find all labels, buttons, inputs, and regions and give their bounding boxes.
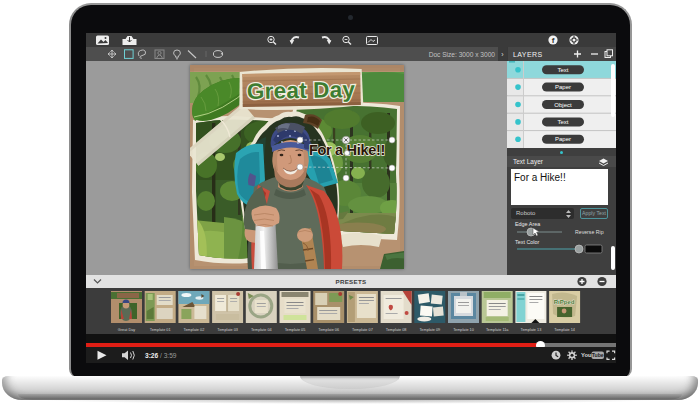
svg-text:Template 07: Template 07 bbox=[352, 328, 373, 332]
svg-text:Reverse Rip: Reverse Rip bbox=[575, 229, 604, 235]
svg-text:Template 14: Template 14 bbox=[554, 328, 575, 332]
svg-text:Text Color: Text Color bbox=[515, 239, 539, 245]
svg-text:Text: Text bbox=[557, 119, 568, 125]
svg-text:Great Day: Great Day bbox=[118, 328, 135, 332]
svg-text:Great Day: Great Day bbox=[247, 77, 356, 104]
svg-text:Template 09: Template 09 bbox=[419, 328, 440, 332]
svg-text:f: f bbox=[552, 36, 555, 45]
svg-text:RiPped: RiPped bbox=[554, 299, 575, 305]
svg-text:Object: Object bbox=[554, 102, 572, 108]
svg-text:Template 02: Template 02 bbox=[184, 328, 205, 332]
svg-text:You: You bbox=[581, 352, 592, 358]
svg-text:LAYERS: LAYERS bbox=[513, 51, 543, 58]
svg-text:/ 3:59: / 3:59 bbox=[160, 351, 177, 358]
svg-text:Tube: Tube bbox=[592, 352, 604, 358]
svg-text:Template 04: Template 04 bbox=[251, 328, 272, 332]
svg-text:PRESETS: PRESETS bbox=[336, 278, 367, 285]
svg-text:Template 10: Template 10 bbox=[453, 328, 474, 332]
svg-text:Template 08: Template 08 bbox=[386, 328, 407, 332]
svg-text:Template 05: Template 05 bbox=[285, 328, 306, 332]
svg-text:Template 03: Template 03 bbox=[217, 328, 238, 332]
svg-text:Template 06: Template 06 bbox=[318, 328, 339, 332]
svg-text:Paper: Paper bbox=[555, 136, 571, 142]
svg-text:Doc Size: 3000 x 3000: Doc Size: 3000 x 3000 bbox=[429, 51, 496, 58]
svg-text:Paper: Paper bbox=[555, 84, 571, 90]
svg-text:Template 13: Template 13 bbox=[521, 328, 542, 332]
svg-text:3:26: 3:26 bbox=[145, 351, 159, 358]
svg-text:Template 11a: Template 11a bbox=[486, 328, 509, 332]
svg-text:Text: Text bbox=[557, 67, 568, 73]
svg-text:Template 01: Template 01 bbox=[150, 328, 171, 332]
